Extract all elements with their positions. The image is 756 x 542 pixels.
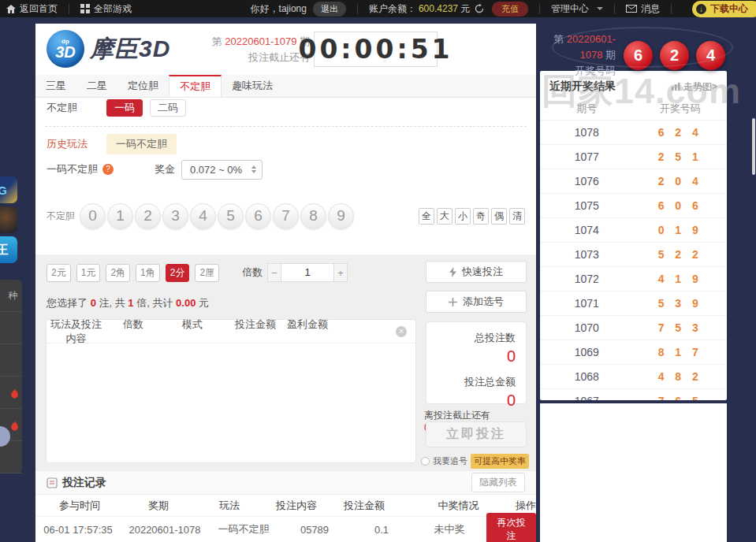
all-games-link[interactable]: 全部游戏: [80, 2, 132, 16]
result-row[interactable]: 1077 2 5 1: [540, 144, 727, 169]
recharge-button[interactable]: 充值: [492, 2, 528, 17]
issue-number: 20220601-1079: [225, 35, 296, 47]
add-selection-button[interactable]: 添加选号: [426, 291, 527, 313]
result-row[interactable]: 1072 4 1 9: [540, 266, 727, 291]
number-ball[interactable]: 2: [135, 203, 161, 229]
close-icon[interactable]: [396, 326, 407, 337]
help-icon[interactable]: [102, 164, 114, 175]
unit-button[interactable]: 2分: [166, 264, 190, 282]
home-link-label: 返回首页: [20, 2, 58, 16]
increment-button[interactable]: +: [333, 263, 348, 282]
refresh-icon[interactable]: [475, 4, 484, 13]
deadline-label: 投注截止还有: [193, 50, 310, 65]
number-ball[interactable]: 6: [245, 203, 271, 229]
number-ball[interactable]: 7: [273, 203, 299, 229]
result-numbers: 0 1 9: [634, 224, 728, 236]
submit-bet-button[interactable]: 立即投注: [426, 421, 527, 447]
game-tab[interactable]: 趣味玩法: [222, 75, 283, 97]
result-issue: 1069: [540, 346, 634, 358]
column-header: 倍数: [106, 317, 161, 346]
result-numbers: 5 3 9: [634, 297, 728, 310]
result-issue: 1075: [540, 199, 634, 212]
menu-item[interactable]: [0, 344, 22, 377]
number-ball[interactable]: 0: [80, 203, 106, 229]
bonus-select[interactable]: 0.072 ~ 0%: [181, 160, 263, 180]
result-row[interactable]: 1078 6 2 4: [540, 120, 727, 144]
result-row[interactable]: 1074 0 1 9: [540, 217, 727, 242]
number-ball[interactable]: 8: [300, 203, 326, 229]
result-row[interactable]: 1073 5 2 2: [540, 242, 727, 266]
draw-numbers-label: 开奖号码: [540, 63, 616, 79]
hide-list-button[interactable]: 隐藏列表: [471, 473, 525, 492]
all-games-label: 全部游戏: [94, 2, 132, 16]
number-ball[interactable]: 9: [328, 203, 354, 229]
menu-item[interactable]: 种: [0, 280, 22, 312]
unit-button[interactable]: 2元: [47, 264, 71, 282]
admin-center-menu[interactable]: 管理中心: [551, 2, 603, 16]
game-tab[interactable]: 定位胆: [117, 75, 169, 97]
game-icon-wang[interactable]: 王: [0, 236, 17, 263]
picker-label: 不定胆: [47, 210, 80, 223]
unit-button[interactable]: 1角: [136, 264, 160, 282]
result-issue: 1076: [540, 175, 634, 187]
messages-link[interactable]: 消息: [626, 2, 660, 16]
quick-filter-button[interactable]: 大: [437, 208, 452, 225]
messages-label: 消息: [641, 2, 660, 16]
result-row[interactable]: 1069 8 1 7: [540, 340, 727, 364]
menu-item[interactable]: [0, 377, 22, 409]
number-ball[interactable]: 3: [162, 203, 188, 229]
result-row[interactable]: 1071 5 3 9: [540, 291, 727, 315]
decrement-button[interactable]: −: [267, 263, 281, 282]
bet-again-button[interactable]: 再次投注: [486, 513, 536, 542]
main-panel: dp 3D 摩臣3D 第 20220601-1079 期 投注截止还有 00:0…: [35, 24, 536, 542]
game-icon-avatar[interactable]: [0, 206, 17, 233]
number-ball[interactable]: 5: [218, 203, 244, 229]
result-row[interactable]: 1075 6 0 6: [540, 193, 727, 217]
quick-filter-button[interactable]: 偶: [491, 208, 507, 225]
scrollbar-thumb[interactable]: [752, 118, 755, 175]
chase-radio[interactable]: [421, 457, 430, 466]
game-icon-g[interactable]: G: [0, 176, 17, 203]
lightning-icon: [449, 267, 456, 277]
result-row[interactable]: 1076 2 0 4: [540, 169, 727, 193]
flame-icon: [10, 388, 19, 402]
download-center-button[interactable]: ↓ 下载中心: [692, 1, 756, 17]
quick-filter-button[interactable]: 小: [455, 208, 471, 225]
selected-count: 0: [91, 297, 96, 309]
bonus-label: 奖金: [155, 162, 175, 176]
result-numbers: 8 1 7: [634, 346, 728, 358]
app-window: 返回首页 全部游戏 你好，tajiong 退出 账户余额： 600.4237 元…: [0, 0, 756, 542]
column-header: 参与时间: [35, 499, 124, 513]
unit-button[interactable]: 1元: [76, 264, 101, 282]
top-navbar: 返回首页 全部游戏 你好，tajiong 退出 账户余额： 600.4237 元…: [0, 0, 756, 17]
number-ball[interactable]: 1: [107, 203, 133, 229]
game-tab[interactable]: 二星: [76, 75, 117, 97]
history-play-tag[interactable]: 一码不定胆: [106, 134, 177, 154]
quick-filter-button[interactable]: 清: [509, 208, 525, 225]
balance-value: 600.4237: [419, 3, 458, 14]
logout-button[interactable]: 退出: [313, 2, 346, 17]
left-game-rail: G 王: [0, 176, 17, 266]
unit-button[interactable]: 2角: [106, 264, 130, 282]
quick-filter-button[interactable]: 全: [419, 208, 434, 225]
home-link[interactable]: 返回首页: [6, 2, 58, 16]
game-tab[interactable]: 不定胆: [169, 75, 222, 97]
menu-item[interactable]: [0, 312, 22, 344]
game-tab[interactable]: 三星: [35, 75, 76, 97]
quick-filter-button[interactable]: 奇: [473, 208, 489, 225]
bet-summary-panel: 总投注数 0 投注总金额 0: [426, 321, 527, 404]
number-ball[interactable]: 4: [190, 203, 216, 229]
code-count-button[interactable]: 二码: [150, 99, 186, 117]
unit-button[interactable]: 2厘: [195, 264, 219, 282]
result-row[interactable]: 1067 7 6 5: [540, 388, 727, 400]
selection-summary: 您选择了 0 注, 共 1 倍, 共计 0.00 元: [47, 296, 209, 310]
trend-chart-link[interactable]: 走势图>: [672, 80, 717, 94]
code-count-button[interactable]: 一码: [106, 99, 143, 117]
flame-icon: [10, 420, 19, 434]
quick-bet-button[interactable]: 快速投注: [426, 261, 527, 283]
result-row[interactable]: 1070 7 5 3: [540, 315, 727, 340]
result-row[interactable]: 1068 4 8 2: [540, 364, 727, 388]
result-numbers: 7 6 5: [634, 395, 728, 400]
multiplier-input[interactable]: 1: [281, 263, 333, 282]
record-time: 06-01 17:57:35: [35, 524, 121, 536]
